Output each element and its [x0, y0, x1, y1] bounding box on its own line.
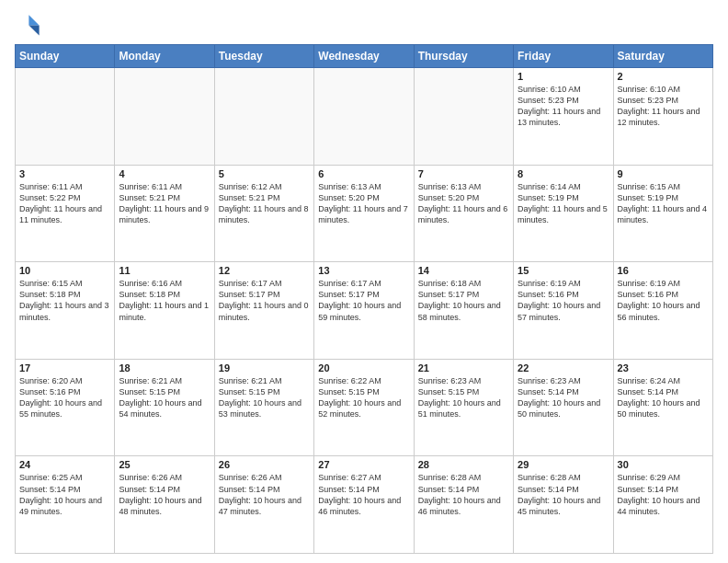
weekday-header: Thursday: [414, 45, 513, 68]
day-info: Sunrise: 6:16 AM Sunset: 5:18 PM Dayligh…: [119, 278, 210, 323]
calendar-cell: 6Sunrise: 6:13 AM Sunset: 5:20 PM Daylig…: [314, 165, 414, 262]
day-number: 27: [318, 459, 409, 470]
day-info: Sunrise: 6:11 AM Sunset: 5:22 PM Dayligh…: [19, 181, 110, 226]
day-info: Sunrise: 6:14 AM Sunset: 5:19 PM Dayligh…: [518, 181, 609, 226]
day-info: Sunrise: 6:26 AM Sunset: 5:14 PM Dayligh…: [119, 472, 210, 517]
day-number: 9: [618, 168, 709, 179]
day-info: Sunrise: 6:13 AM Sunset: 5:20 PM Dayligh…: [318, 181, 409, 226]
day-number: 22: [518, 362, 609, 373]
day-number: 13: [318, 265, 409, 276]
calendar-cell: 7Sunrise: 6:13 AM Sunset: 5:20 PM Daylig…: [414, 165, 513, 262]
day-info: Sunrise: 6:19 AM Sunset: 5:16 PM Dayligh…: [518, 278, 609, 323]
day-number: 1: [518, 71, 609, 82]
day-info: Sunrise: 6:24 AM Sunset: 5:14 PM Dayligh…: [618, 375, 709, 420]
calendar-cell: 16Sunrise: 6:19 AM Sunset: 5:16 PM Dayli…: [613, 262, 712, 360]
page: SundayMondayTuesdayWednesdayThursdayFrid…: [0, 0, 728, 563]
calendar-cell: 21Sunrise: 6:23 AM Sunset: 5:15 PM Dayli…: [414, 359, 513, 456]
calendar-week-row: 3Sunrise: 6:11 AM Sunset: 5:22 PM Daylig…: [16, 165, 713, 262]
calendar-table: SundayMondayTuesdayWednesdayThursdayFrid…: [15, 44, 713, 554]
calendar-cell: 1Sunrise: 6:10 AM Sunset: 5:23 PM Daylig…: [514, 68, 613, 166]
day-number: 15: [518, 265, 609, 276]
day-number: 24: [19, 459, 110, 470]
day-info: Sunrise: 6:13 AM Sunset: 5:20 PM Dayligh…: [418, 181, 509, 226]
calendar-cell: 4Sunrise: 6:11 AM Sunset: 5:21 PM Daylig…: [115, 165, 214, 262]
day-info: Sunrise: 6:18 AM Sunset: 5:17 PM Dayligh…: [418, 278, 509, 323]
day-info: Sunrise: 6:29 AM Sunset: 5:14 PM Dayligh…: [618, 472, 709, 517]
day-number: 4: [119, 168, 210, 179]
calendar-cell: 27Sunrise: 6:27 AM Sunset: 5:14 PM Dayli…: [314, 456, 414, 554]
day-number: 25: [119, 459, 210, 470]
calendar-cell: 22Sunrise: 6:23 AM Sunset: 5:14 PM Dayli…: [514, 359, 613, 456]
day-number: 29: [518, 459, 609, 470]
calendar-cell: 25Sunrise: 6:26 AM Sunset: 5:14 PM Dayli…: [115, 456, 214, 554]
calendar-cell: 11Sunrise: 6:16 AM Sunset: 5:18 PM Dayli…: [115, 262, 214, 360]
day-info: Sunrise: 6:10 AM Sunset: 5:23 PM Dayligh…: [618, 84, 709, 129]
day-number: 2: [618, 71, 709, 82]
day-number: 3: [19, 168, 110, 179]
day-number: 8: [518, 168, 609, 179]
day-info: Sunrise: 6:17 AM Sunset: 5:17 PM Dayligh…: [219, 278, 310, 323]
calendar-cell: [16, 68, 115, 166]
day-number: 6: [318, 168, 409, 179]
weekday-header-row: SundayMondayTuesdayWednesdayThursdayFrid…: [16, 45, 713, 68]
svg-marker-0: [28, 15, 39, 25]
calendar-cell: 26Sunrise: 6:26 AM Sunset: 5:14 PM Dayli…: [214, 456, 313, 554]
calendar-cell: [214, 68, 313, 166]
weekday-header: Friday: [514, 45, 613, 68]
calendar-body: 1Sunrise: 6:10 AM Sunset: 5:23 PM Daylig…: [16, 68, 713, 554]
calendar-cell: 10Sunrise: 6:15 AM Sunset: 5:18 PM Dayli…: [16, 262, 115, 360]
day-info: Sunrise: 6:26 AM Sunset: 5:14 PM Dayligh…: [219, 472, 310, 517]
calendar-week-row: 24Sunrise: 6:25 AM Sunset: 5:14 PM Dayli…: [16, 456, 713, 554]
calendar-cell: 28Sunrise: 6:28 AM Sunset: 5:14 PM Dayli…: [414, 456, 513, 554]
day-number: 7: [418, 168, 509, 179]
day-number: 14: [418, 265, 509, 276]
weekday-header: Monday: [115, 45, 214, 68]
calendar-cell: 3Sunrise: 6:11 AM Sunset: 5:22 PM Daylig…: [16, 165, 115, 262]
day-info: Sunrise: 6:17 AM Sunset: 5:17 PM Dayligh…: [318, 278, 409, 323]
weekday-header: Saturday: [613, 45, 712, 68]
day-number: 20: [318, 362, 409, 373]
calendar-week-row: 10Sunrise: 6:15 AM Sunset: 5:18 PM Dayli…: [16, 262, 713, 360]
day-info: Sunrise: 6:21 AM Sunset: 5:15 PM Dayligh…: [219, 375, 310, 420]
day-number: 16: [618, 265, 709, 276]
day-number: 12: [219, 265, 310, 276]
calendar-cell: 14Sunrise: 6:18 AM Sunset: 5:17 PM Dayli…: [414, 262, 513, 360]
day-info: Sunrise: 6:22 AM Sunset: 5:15 PM Dayligh…: [318, 375, 409, 420]
calendar-cell: 29Sunrise: 6:28 AM Sunset: 5:14 PM Dayli…: [514, 456, 613, 554]
svg-marker-1: [28, 25, 39, 35]
day-number: 26: [219, 459, 310, 470]
calendar-cell: 15Sunrise: 6:19 AM Sunset: 5:16 PM Dayli…: [514, 262, 613, 360]
day-info: Sunrise: 6:25 AM Sunset: 5:14 PM Dayligh…: [19, 472, 110, 517]
logo: [15, 11, 44, 37]
weekday-header: Sunday: [16, 45, 115, 68]
day-info: Sunrise: 6:15 AM Sunset: 5:19 PM Dayligh…: [618, 181, 709, 226]
day-info: Sunrise: 6:21 AM Sunset: 5:15 PM Dayligh…: [119, 375, 210, 420]
calendar-cell: 30Sunrise: 6:29 AM Sunset: 5:14 PM Dayli…: [613, 456, 712, 554]
day-number: 30: [618, 459, 709, 470]
day-number: 18: [119, 362, 210, 373]
calendar-week-row: 17Sunrise: 6:20 AM Sunset: 5:16 PM Dayli…: [16, 359, 713, 456]
day-number: 19: [219, 362, 310, 373]
calendar-cell: 5Sunrise: 6:12 AM Sunset: 5:21 PM Daylig…: [214, 165, 313, 262]
day-info: Sunrise: 6:23 AM Sunset: 5:15 PM Dayligh…: [418, 375, 509, 420]
day-info: Sunrise: 6:23 AM Sunset: 5:14 PM Dayligh…: [518, 375, 609, 420]
calendar-cell: 8Sunrise: 6:14 AM Sunset: 5:19 PM Daylig…: [514, 165, 613, 262]
calendar-cell: 17Sunrise: 6:20 AM Sunset: 5:16 PM Dayli…: [16, 359, 115, 456]
day-info: Sunrise: 6:10 AM Sunset: 5:23 PM Dayligh…: [518, 84, 609, 129]
day-info: Sunrise: 6:27 AM Sunset: 5:14 PM Dayligh…: [318, 472, 409, 517]
day-number: 21: [418, 362, 509, 373]
calendar-cell: 9Sunrise: 6:15 AM Sunset: 5:19 PM Daylig…: [613, 165, 712, 262]
calendar-cell: [314, 68, 414, 166]
calendar-cell: 19Sunrise: 6:21 AM Sunset: 5:15 PM Dayli…: [214, 359, 313, 456]
day-number: 23: [618, 362, 709, 373]
day-number: 11: [119, 265, 210, 276]
day-number: 28: [418, 459, 509, 470]
day-number: 10: [19, 265, 110, 276]
calendar-cell: [414, 68, 513, 166]
weekday-header: Wednesday: [314, 45, 414, 68]
day-info: Sunrise: 6:11 AM Sunset: 5:21 PM Dayligh…: [119, 181, 210, 226]
calendar-cell: 20Sunrise: 6:22 AM Sunset: 5:15 PM Dayli…: [314, 359, 414, 456]
calendar-cell: 13Sunrise: 6:17 AM Sunset: 5:17 PM Dayli…: [314, 262, 414, 360]
calendar-cell: 18Sunrise: 6:21 AM Sunset: 5:15 PM Dayli…: [115, 359, 214, 456]
day-number: 17: [19, 362, 110, 373]
